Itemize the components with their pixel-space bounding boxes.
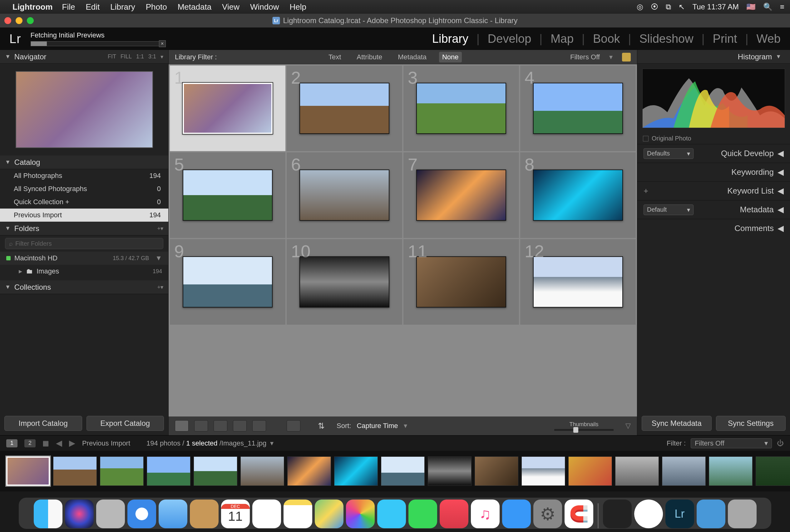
filmstrip-thumb[interactable] bbox=[100, 456, 144, 486]
filmstrip-context[interactable]: Previous Import bbox=[82, 439, 130, 448]
dock-launchpad-icon[interactable] bbox=[96, 499, 125, 528]
nav-forward-icon[interactable]: ▶ bbox=[69, 438, 75, 448]
filmstrip-thumb[interactable] bbox=[334, 456, 378, 486]
filters-state[interactable]: Filters Off bbox=[570, 53, 600, 61]
filmstrip-thumb[interactable] bbox=[287, 456, 331, 486]
navigator-header[interactable]: ▼ Navigator FIT FILL 1:1 3:1 ▾ bbox=[0, 50, 168, 64]
module-book[interactable]: Book bbox=[593, 32, 620, 45]
dock-facetime-icon[interactable] bbox=[409, 499, 437, 528]
checkbox-icon[interactable] bbox=[643, 136, 648, 141]
nav-mode-fit[interactable]: FIT bbox=[108, 53, 116, 60]
grid-cell[interactable]: 8 bbox=[520, 152, 636, 238]
thumbnail-size-slider[interactable] bbox=[554, 429, 614, 431]
sync-metadata-button[interactable]: Sync Metadata bbox=[642, 416, 712, 431]
quick-develop-header[interactable]: Defaults▾ Quick Develop ◀ bbox=[637, 144, 790, 163]
screen-2-button[interactable]: 2 bbox=[24, 439, 36, 448]
filmstrip-thumb[interactable] bbox=[709, 456, 753, 486]
metadata-header[interactable]: Default▾ Metadata ◀ bbox=[637, 200, 790, 219]
module-develop[interactable]: Develop bbox=[488, 32, 531, 45]
filmstrip-thumb[interactable] bbox=[568, 456, 612, 486]
menu-edit[interactable]: Edit bbox=[86, 2, 100, 12]
menu-help[interactable]: Help bbox=[289, 2, 306, 12]
filmstrip-thumb[interactable] bbox=[147, 456, 190, 486]
screen-share-icon[interactable]: ⧉ bbox=[666, 2, 671, 11]
cancel-progress-button[interactable]: × bbox=[159, 40, 166, 47]
expand-icon[interactable]: ▸ bbox=[19, 267, 22, 276]
dock-news-icon[interactable] bbox=[440, 499, 468, 528]
filmstrip[interactable] bbox=[0, 451, 790, 491]
flag-icon[interactable]: 🇺🇸 bbox=[746, 2, 756, 11]
lock-icon[interactable] bbox=[622, 53, 631, 61]
navigator-preview[interactable] bbox=[0, 64, 168, 155]
filter-none[interactable]: None bbox=[439, 52, 462, 62]
menubar-app-name[interactable]: Lightroom bbox=[13, 2, 53, 12]
spotlight-icon[interactable]: 🔍 bbox=[763, 2, 772, 11]
filmstrip-thumb[interactable] bbox=[522, 456, 565, 486]
comments-header[interactable]: Comments ◀ bbox=[637, 219, 790, 238]
dock-contacts-icon[interactable] bbox=[190, 499, 219, 528]
module-web[interactable]: Web bbox=[757, 32, 780, 45]
close-window-button[interactable] bbox=[4, 17, 11, 24]
dock-magnet-icon[interactable]: 🧲 bbox=[565, 499, 593, 528]
cursor-icon[interactable]: ↖ bbox=[679, 2, 685, 11]
thumbnail-grid[interactable]: 1 2 3 4 5 6 7 8 9 10 11 12 bbox=[169, 64, 637, 417]
grid-cell[interactable]: 2 bbox=[287, 65, 402, 151]
grid-cell[interactable]: 1 bbox=[170, 65, 285, 151]
grid-cell[interactable]: 4 bbox=[520, 65, 636, 151]
dock-notes-icon[interactable] bbox=[284, 499, 312, 528]
grid-cell[interactable]: 6 bbox=[287, 152, 402, 238]
filter-text[interactable]: Text bbox=[325, 52, 344, 62]
dock-appstore-icon[interactable] bbox=[502, 499, 531, 528]
filmstrip-thumb[interactable] bbox=[428, 456, 471, 486]
filmstrip-thumb[interactable] bbox=[615, 456, 659, 486]
collections-header[interactable]: ▼ Collections +▾ bbox=[0, 280, 168, 294]
grid-mode-icon[interactable]: ▦ bbox=[42, 439, 49, 448]
toolbar-menu-icon[interactable]: ▽ bbox=[625, 422, 631, 430]
folder-drive-row[interactable]: Macintosh HD 15.3 / 42.7 GB ▼ bbox=[0, 252, 168, 265]
module-slideshow[interactable]: Slideshow bbox=[639, 32, 693, 45]
metadata-preset-dropdown[interactable]: Default▾ bbox=[643, 205, 694, 215]
catalog-row-quick[interactable]: Quick Collection +0 bbox=[0, 195, 168, 209]
survey-view-icon[interactable] bbox=[233, 420, 247, 432]
sort-direction-icon[interactable]: ⇅ bbox=[318, 421, 325, 431]
sort-value[interactable]: Capture Time bbox=[357, 422, 398, 430]
filmstrip-thumb[interactable] bbox=[241, 456, 284, 486]
nav-mode-dropdown-icon[interactable]: ▾ bbox=[161, 53, 163, 60]
zoom-window-button[interactable] bbox=[27, 17, 34, 24]
add-collection-icon[interactable]: +▾ bbox=[157, 284, 163, 291]
module-print[interactable]: Print bbox=[713, 32, 737, 45]
minimize-window-button[interactable] bbox=[16, 17, 22, 24]
quickdev-preset-dropdown[interactable]: Defaults▾ bbox=[643, 148, 694, 159]
export-catalog-button[interactable]: Export Catalog bbox=[87, 416, 164, 431]
catalog-header[interactable]: ▼ Catalog bbox=[0, 155, 168, 169]
module-map[interactable]: Map bbox=[550, 32, 573, 45]
dock-calendar-icon[interactable]: DEC11 bbox=[221, 499, 250, 528]
menu-metadata[interactable]: Metadata bbox=[178, 2, 211, 12]
screen-1-button[interactable]: 1 bbox=[6, 439, 18, 448]
menu-library[interactable]: Library bbox=[110, 2, 135, 12]
filter-toggle-icon[interactable]: ⏻ bbox=[777, 439, 784, 448]
grid-cell[interactable]: 11 bbox=[403, 239, 519, 325]
control-center-icon[interactable]: ≡ bbox=[780, 2, 784, 11]
painter-tool-icon[interactable] bbox=[287, 420, 300, 432]
keywording-header[interactable]: Keywording ◀ bbox=[637, 163, 790, 182]
histogram-header[interactable]: Histogram ▼ bbox=[637, 50, 790, 64]
grid-cell[interactable]: 10 bbox=[287, 239, 402, 325]
dock-finder-icon[interactable] bbox=[34, 499, 62, 528]
grid-cell[interactable]: 3 bbox=[403, 65, 519, 151]
filmstrip-filter-dropdown[interactable]: Filters Off ▾ bbox=[691, 438, 772, 448]
nav-mode-1to1[interactable]: 1:1 bbox=[136, 53, 144, 60]
sort-dropdown-icon[interactable]: ▾ bbox=[404, 422, 407, 430]
filmstrip-thumb[interactable] bbox=[756, 456, 790, 486]
dock-lightroom-icon[interactable]: Lr bbox=[665, 499, 694, 528]
folder-images-row[interactable]: ▸ 🖿 Images 194 bbox=[0, 265, 168, 278]
dock-settings-icon[interactable]: ⚙ bbox=[533, 499, 562, 528]
sync-status-icon[interactable]: ⦿ bbox=[651, 2, 658, 11]
chevron-down-icon[interactable]: ▾ bbox=[609, 53, 613, 61]
catalog-row-synced[interactable]: All Synced Photographs0 bbox=[0, 182, 168, 195]
filmstrip-thumb[interactable] bbox=[6, 456, 50, 486]
dock-downloads-icon[interactable] bbox=[697, 499, 726, 528]
add-keyword-icon[interactable]: + bbox=[643, 186, 648, 196]
dock-reminders-icon[interactable] bbox=[252, 499, 281, 528]
dock-1password-icon[interactable] bbox=[634, 499, 663, 528]
